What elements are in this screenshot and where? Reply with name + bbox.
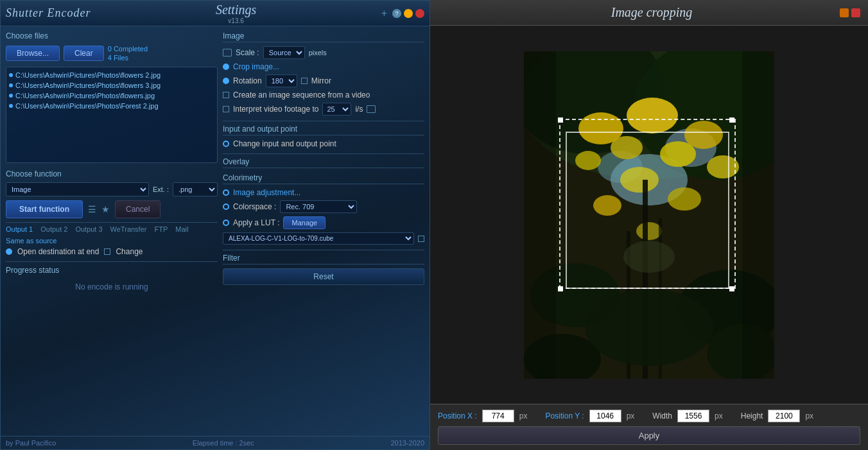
left-content: Choose files Browse... Clear 0 Completed… [1,26,430,436]
rotation-select[interactable]: 180 90 270 [266,74,297,87]
file-buttons: Browse... Clear 0 Completed 4 Files [6,44,218,63]
tab-wetransfer[interactable]: WeTransfer [110,225,147,233]
file-dot [9,83,13,87]
interpret-checkbox[interactable] [223,106,229,112]
minimize-button[interactable] [404,9,413,18]
overlay-label: Overlay [223,157,424,168]
choose-function-section: Choose function Image Ext. : .png .jpg S… [6,169,218,218]
right-titlebar: Image cropping [430,0,868,26]
svg-rect-27 [524,51,556,379]
tab-output2[interactable]: Output 2 [40,225,67,233]
left-footer: by Paul Pacifico Elapsed time : 2sec 201… [1,436,430,449]
browse-button[interactable]: Browse... [6,46,60,61]
height-input[interactable] [768,410,800,422]
choose-function-label: Choose function [6,169,218,178]
height-label: Height [741,411,763,420]
svg-point-13 [707,155,739,178]
help-button[interactable]: ? [392,9,401,18]
image-area[interactable] [430,26,868,404]
position-y-label: Position Y : [545,411,584,420]
svg-point-11 [660,141,696,167]
colorspace-label: Colorspace : [233,202,276,211]
plus-icon[interactable]: + [381,8,387,19]
change-checkbox[interactable] [104,248,110,255]
io-section-label: Input and output point [223,125,424,135]
cancel-button[interactable]: Cancel [115,200,161,218]
left-panel: Shutter Encoder Settings v13.6 + ? Choos… [0,0,430,450]
overlay-section: Overlay [223,157,424,168]
list-item: C:\Users\Ashwin\Pictures\Photos\flowers … [9,80,214,91]
create-seq-label: Create an image sequence from a video [233,91,370,100]
tab-output3[interactable]: Output 3 [75,225,102,233]
svg-point-15 [593,195,621,216]
colorimetry-label: Colorimetry [223,173,424,184]
close-button[interactable] [415,9,424,18]
svg-point-23 [585,289,713,366]
reset-button[interactable]: Reset [223,268,424,285]
filter-section: Filter Reset [223,254,424,285]
open-dest-radio[interactable] [6,248,12,255]
crop-title: Image cropping [464,5,840,20]
scale-dropdown[interactable]: Source [263,46,305,59]
svg-point-12 [575,151,601,170]
lut-radio[interactable] [223,220,229,226]
lut-checkbox[interactable] [418,236,424,242]
create-seq-checkbox[interactable] [223,92,229,98]
completed-badge: 0 Completed 4 Files [108,44,148,63]
pixels-label: pixels [309,49,327,56]
ext-select[interactable]: .png .jpg [173,182,218,196]
position-row: Position X : px Position Y : px Width px… [438,410,860,422]
start-row: Start function ☰ ★ Cancel [6,200,218,218]
image-adj-label[interactable]: Image adjustment... [233,188,300,197]
output-tabs: Output 1 Output 2 Output 3 WeTransfer FT… [6,222,218,233]
fps-select[interactable]: 25 24 30 [322,103,351,116]
scale-row: Scale : Source pixels [223,46,424,59]
tab-mail[interactable]: Mail [175,225,188,233]
colorspace-row: Colorspace : Rec. 709 [223,200,424,213]
footer-author: by Paul Pacifico [6,439,56,447]
height-unit: px [805,411,813,420]
file-list[interactable]: C:\Users\Ashwin\Pictures\Photos\flowers … [6,67,218,163]
width-unit: px [715,411,723,420]
right-panel: Image cropping [430,0,868,450]
io-section: Input and output point Change input and … [223,125,424,148]
version-label: v13.6 [228,17,243,24]
monitor-icon [223,49,232,56]
colorspace-radio[interactable] [223,203,229,210]
files-column: Choose files Browse... Clear 0 Completed… [6,31,218,297]
star-icon[interactable]: ★ [100,203,111,216]
no-encode-text: No encode is running [6,277,218,297]
function-select[interactable]: Image [6,182,149,196]
menu-icon[interactable]: ☰ [87,203,98,216]
tab-ftp[interactable]: FTP [154,225,168,233]
svg-point-8 [627,98,678,134]
lut-row: Apply a LUT : Manage [223,216,424,229]
lut-file-row: ALEXA-LOG-C-V1-LOG-to-709.cube [223,232,424,245]
image-adj-radio[interactable] [223,189,229,196]
mirror-checkbox[interactable] [301,78,308,84]
position-y-unit: px [627,411,635,420]
right-close-button[interactable] [851,8,860,17]
colorspace-select[interactable]: Rec. 709 [280,200,357,213]
manage-button[interactable]: Manage [283,216,326,229]
clear-button[interactable]: Clear [64,46,104,61]
svg-point-17 [636,222,662,240]
action-icons: ☰ ★ [87,203,111,216]
crop-link[interactable]: Crop image... [233,62,279,71]
same-as-source-link[interactable]: Same as source [6,237,218,245]
io-radio[interactable] [223,141,229,147]
divider3 [223,250,424,250]
right-minimize-button[interactable] [840,8,849,17]
crop-radio[interactable] [223,64,229,70]
position-x-input[interactable] [482,410,514,422]
position-y-input[interactable] [589,410,621,422]
rotation-radio[interactable] [223,78,229,84]
width-input[interactable] [677,410,709,422]
file-dot [9,104,13,108]
create-seq-row: Create an image sequence from a video [223,91,424,100]
nature-image [524,51,774,379]
apply-button[interactable]: Apply [438,426,860,445]
start-button[interactable]: Start function [6,200,83,218]
tab-output1[interactable]: Output 1 [6,225,33,233]
lut-select[interactable]: ALEXA-LOG-C-V1-LOG-to-709.cube [223,232,414,245]
